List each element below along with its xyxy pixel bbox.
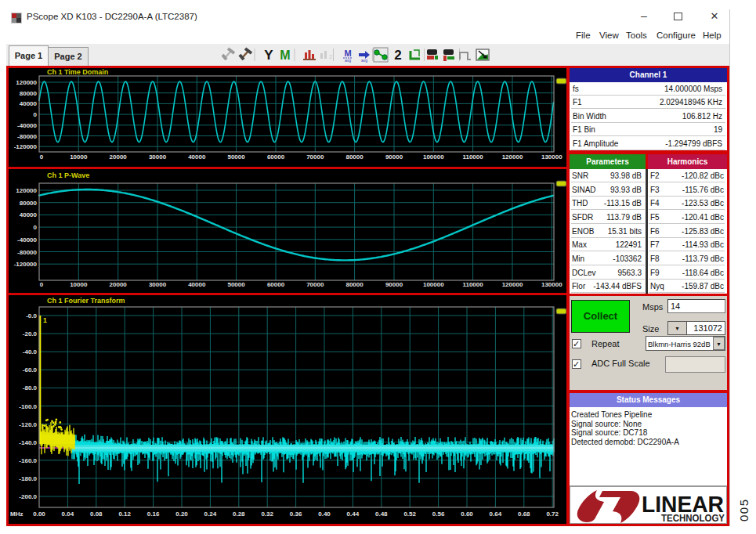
svg-text:70000: 70000 — [306, 281, 324, 288]
svg-text:60000: 60000 — [267, 153, 285, 161]
svg-text:0.00: 0.00 — [33, 511, 45, 518]
svg-text:-200.0: -200.0 — [19, 493, 37, 500]
svg-text:10000: 10000 — [70, 281, 88, 288]
svg-text:0.40: 0.40 — [318, 511, 331, 518]
svg-text:0.04: 0.04 — [62, 511, 74, 518]
svg-text:40000: 40000 — [20, 211, 38, 218]
svg-text:120000: 120000 — [502, 153, 523, 161]
svg-text:110000: 110000 — [462, 281, 483, 288]
svg-text:0.64: 0.64 — [490, 511, 502, 518]
svg-text:0.60: 0.60 — [461, 511, 473, 518]
svg-text:0.48: 0.48 — [375, 511, 388, 518]
svg-text:50000: 50000 — [227, 281, 245, 288]
svg-text:110000: 110000 — [462, 153, 483, 161]
svg-text:Ch 1 Time Domain: Ch 1 Time Domain — [47, 68, 108, 76]
svg-text:10000: 10000 — [70, 153, 88, 161]
svg-text:0: 0 — [40, 153, 44, 161]
svg-text:-140.0: -140.0 — [19, 439, 37, 446]
svg-text:0.24: 0.24 — [204, 511, 217, 518]
svg-text:80000: 80000 — [345, 281, 364, 288]
svg-text:M: M — [344, 49, 351, 58]
svg-text:0.16: 0.16 — [147, 511, 160, 518]
svg-text:0: 0 — [34, 111, 38, 118]
svg-text:0.20: 0.20 — [175, 511, 188, 518]
svg-text:90000: 90000 — [385, 153, 403, 161]
svg-text:0.56: 0.56 — [432, 511, 445, 518]
svg-text:50000: 50000 — [227, 153, 245, 161]
svg-text:Ch 1 P-Wave: Ch 1 P-Wave — [47, 171, 89, 179]
svg-text:M: M — [280, 49, 290, 62]
svg-text:90000: 90000 — [385, 281, 403, 288]
svg-text:100000: 100000 — [423, 153, 444, 161]
svg-text:-20.0: -20.0 — [23, 330, 38, 337]
svg-text:0.32: 0.32 — [261, 511, 273, 518]
svg-text:Ch 1 Fourier Transform: Ch 1 Fourier Transform — [47, 297, 125, 305]
svg-text:-40000: -40000 — [17, 236, 37, 244]
svg-text:avg: avg — [345, 58, 351, 63]
svg-text:120000: 120000 — [16, 79, 37, 86]
svg-text:0.36: 0.36 — [290, 511, 302, 518]
svg-text:120000: 120000 — [502, 281, 523, 288]
svg-text:30000: 30000 — [149, 153, 167, 161]
svg-text:0: 0 — [40, 281, 44, 288]
svg-text:100000: 100000 — [423, 281, 444, 288]
svg-text:-120000: -120000 — [14, 261, 38, 268]
svg-text:0.72: 0.72 — [546, 511, 559, 518]
svg-text:MHz: MHz — [10, 511, 23, 518]
svg-text:-80000: -80000 — [17, 249, 37, 256]
svg-text:40000: 40000 — [188, 153, 206, 161]
svg-text:20000: 20000 — [110, 281, 128, 288]
svg-text:-120000: -120000 — [14, 143, 38, 150]
svg-text:30000: 30000 — [149, 281, 167, 288]
svg-text:60000: 60000 — [267, 281, 285, 288]
svg-text:0: 0 — [34, 224, 38, 231]
svg-text:120000: 120000 — [16, 187, 37, 194]
svg-text:0.68: 0.68 — [518, 511, 530, 518]
svg-text:70000: 70000 — [306, 153, 324, 161]
svg-text:-80.0: -80.0 — [23, 384, 38, 391]
svg-text:-40.0: -40.0 — [23, 348, 38, 355]
svg-text:0.52: 0.52 — [403, 511, 416, 518]
svg-text:Y: Y — [264, 48, 273, 63]
svg-text:-160.0: -160.0 — [19, 457, 37, 464]
svg-text:80000: 80000 — [20, 200, 38, 207]
svg-text:40000: 40000 — [188, 281, 206, 288]
svg-text:20000: 20000 — [110, 153, 128, 161]
svg-text:-180.0: -180.0 — [19, 475, 37, 482]
svg-text:1: 1 — [43, 316, 47, 324]
svg-text:40000: 40000 — [20, 100, 38, 107]
svg-text:TECHNOLOGY: TECHNOLOGY — [661, 513, 725, 523]
svg-text:-120.0: -120.0 — [19, 421, 37, 428]
svg-text:-60.0: -60.0 — [23, 366, 38, 373]
svg-text:80000: 80000 — [345, 153, 364, 161]
svg-text:130000: 130000 — [541, 153, 562, 161]
svg-text:2: 2 — [329, 53, 333, 60]
svg-text:-80000: -80000 — [17, 133, 37, 140]
svg-text:2: 2 — [394, 48, 401, 63]
svg-text:0.28: 0.28 — [233, 511, 245, 518]
svg-text:avg: avg — [361, 58, 367, 63]
svg-text:0.12: 0.12 — [118, 511, 131, 518]
svg-text:0.08: 0.08 — [90, 511, 103, 518]
svg-text:130000: 130000 — [541, 281, 562, 288]
svg-text:0.44: 0.44 — [347, 511, 360, 518]
svg-text:-40000: -40000 — [17, 122, 37, 129]
svg-text:80000: 80000 — [20, 90, 38, 97]
svg-text:-0.0: -0.0 — [26, 312, 37, 319]
svg-text:-100.0: -100.0 — [19, 403, 37, 410]
